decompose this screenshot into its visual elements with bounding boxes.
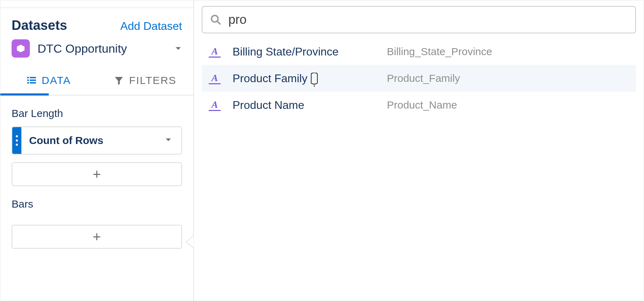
datasets-header: Datasets Add Dataset — [0, 8, 193, 39]
text-type-icon: A — [209, 46, 221, 58]
svg-marker-0 — [17, 45, 25, 52]
result-label: Product Family — [233, 72, 387, 85]
hexagon-icon — [16, 44, 25, 53]
plus-icon: + — [93, 166, 101, 182]
list-icon — [26, 75, 37, 86]
sidebar-scroll: Datasets Add Dataset DTC Opportunity — [0, 8, 193, 249]
add-bars-button[interactable]: + — [12, 225, 182, 249]
filter-icon — [114, 75, 124, 86]
add-bar-length-button[interactable]: + — [12, 162, 182, 186]
search-icon — [210, 14, 221, 25]
svg-rect-6 — [30, 82, 36, 84]
tab-data[interactable]: DATA — [0, 67, 97, 95]
result-api-name: Product_Family — [387, 72, 460, 84]
section-bar-length-label: Bar Length — [0, 96, 193, 126]
dataset-selector[interactable]: DTC Opportunity — [0, 39, 193, 67]
svg-rect-2 — [30, 77, 36, 78]
svg-line-8 — [217, 21, 220, 24]
result-row[interactable]: AProduct NameProduct_Name — [202, 92, 636, 118]
sidebar: Datasets Add Dataset DTC Opportunity — [0, 0, 194, 301]
flyout-notch-inner — [187, 236, 194, 248]
field-caret[interactable] — [165, 136, 181, 145]
tab-filters[interactable]: FILTERS — [97, 67, 193, 95]
dataset-name: DTC Opportunity — [38, 42, 167, 55]
plus-icon: + — [93, 229, 101, 245]
search-results: ABilling State/ProvinceBilling_State_Pro… — [202, 38, 636, 118]
tabs: DATA FILTERS — [0, 67, 193, 96]
result-label: Product Name — [233, 99, 387, 112]
search-input[interactable] — [228, 12, 628, 27]
field-picker-panel: ABilling State/ProvinceBilling_State_Pro… — [194, 0, 644, 301]
datasets-title: Datasets — [12, 18, 67, 33]
text-type-icon: A — [209, 99, 221, 111]
bar-length-field[interactable]: Count of Rows — [12, 126, 182, 155]
app-frame: Datasets Add Dataset DTC Opportunity — [0, 0, 644, 301]
svg-point-7 — [212, 15, 218, 22]
bar-length-value: Count of Rows — [21, 135, 165, 146]
tab-data-label: DATA — [42, 74, 71, 86]
result-api-name: Billing_State_Province — [387, 46, 492, 58]
svg-rect-3 — [27, 80, 29, 81]
add-dataset-link[interactable]: Add Dataset — [120, 20, 182, 33]
dataset-icon — [12, 39, 30, 58]
result-row[interactable]: AProduct FamilyProduct_Family — [202, 65, 636, 92]
result-api-name: Product_Name — [387, 99, 457, 111]
svg-rect-4 — [30, 80, 36, 81]
svg-rect-1 — [27, 77, 29, 78]
result-label: Billing State/Province — [233, 45, 387, 58]
chevron-down-icon — [165, 136, 172, 144]
result-row[interactable]: ABilling State/ProvinceBilling_State_Pro… — [202, 38, 636, 65]
text-type-icon: A — [209, 72, 221, 84]
chevron-down-icon[interactable] — [174, 45, 182, 52]
tab-filters-label: FILTERS — [129, 74, 176, 86]
search-field-wrap[interactable] — [202, 6, 636, 33]
svg-rect-5 — [27, 82, 29, 84]
drag-handle[interactable] — [12, 127, 21, 154]
section-bars-label: Bars — [0, 186, 193, 217]
